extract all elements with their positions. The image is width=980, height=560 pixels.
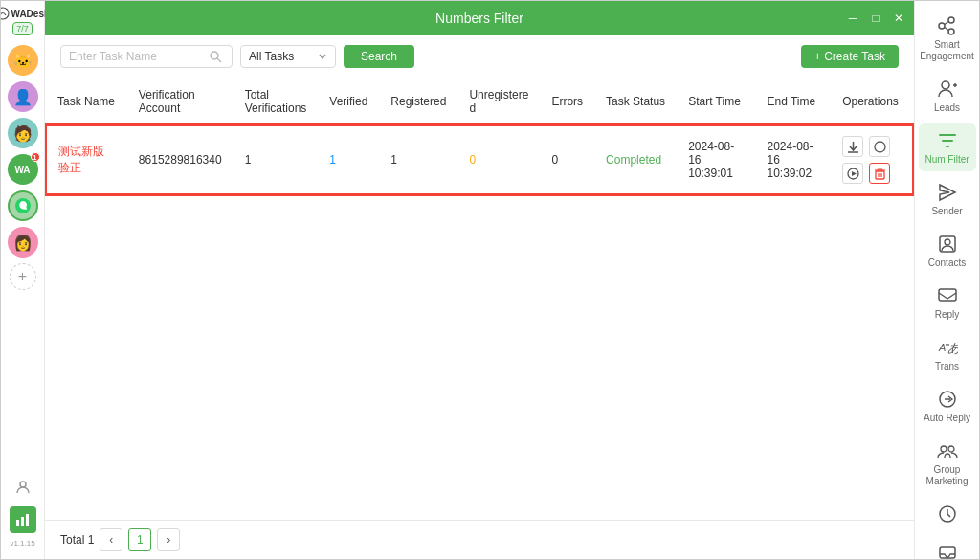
group-marketing-icon — [936, 439, 959, 462]
nav-clock-icon[interactable] — [919, 497, 976, 531]
svg-point-2 — [20, 482, 26, 487]
cell-start-time: 2024-08-16 10:39:01 — [677, 125, 755, 194]
svg-line-21 — [945, 28, 948, 31]
clock-icon — [936, 503, 959, 526]
auto-reply-icon — [936, 388, 959, 411]
nav-label-num-filter: Num Filter — [924, 154, 969, 166]
main-content: Numbers Filter ─ □ ✕ All Tasks Search — [45, 1, 914, 559]
contacts-icon — [936, 233, 959, 256]
svg-point-19 — [948, 29, 954, 34]
svg-line-20 — [945, 22, 948, 25]
info-op-icon[interactable]: i — [869, 136, 890, 157]
app-icon-logo: WADesk — [0, 7, 50, 20]
col-operations: Operations — [831, 78, 913, 125]
sender-icon — [936, 181, 959, 204]
svg-text:あ: あ — [947, 341, 958, 355]
nav-label-trans: Trans — [935, 361, 959, 372]
avatar-5[interactable] — [8, 190, 38, 221]
nav-item-auto-reply[interactable]: Auto Reply — [919, 382, 976, 430]
toolbar: All Tasks Search + Create Task — [45, 35, 914, 78]
svg-point-6 — [211, 52, 218, 59]
avatar-1[interactable]: 🐱 — [8, 45, 38, 76]
nav-item-num-filter[interactable]: Num Filter — [919, 123, 976, 171]
cell-total-verifications: 1 — [234, 125, 319, 194]
col-unregistered: Unregistered — [457, 78, 540, 125]
search-button[interactable]: Search — [344, 45, 414, 68]
app-header-left: WADesk 7/7 — [0, 7, 50, 35]
nav-item-sender[interactable]: Sender — [919, 175, 976, 223]
nav-label-smart-engagement: Smart Engagement — [920, 39, 974, 62]
close-btn[interactable]: ✕ — [891, 11, 906, 26]
col-task-name: Task Name — [46, 78, 127, 125]
stats-dashboard-icon[interactable] — [10, 506, 36, 533]
svg-text:i: i — [879, 144, 880, 152]
download-op-icon[interactable] — [842, 136, 863, 157]
svg-marker-12 — [852, 171, 857, 176]
trans-icon: Aあ — [936, 336, 959, 359]
svg-rect-4 — [21, 517, 24, 526]
window-controls: ─ □ ✕ — [845, 1, 906, 35]
nav-item-group-marketing[interactable]: Group Marketing — [919, 434, 976, 493]
avatar-6[interactable]: 👩 — [8, 227, 38, 258]
svg-line-7 — [217, 58, 221, 62]
col-verification-account: VerificationAccount — [127, 78, 234, 125]
nav-label-contacts: Contacts — [928, 258, 966, 269]
task-filter-select[interactable]: All Tasks — [240, 45, 336, 68]
nav-item-contacts[interactable]: Contacts — [919, 227, 976, 275]
svg-point-22 — [942, 81, 949, 89]
version-badge: 7/7 — [12, 22, 33, 35]
create-task-button[interactable]: + Create Task — [801, 45, 899, 68]
col-errors: Errors — [540, 78, 594, 125]
nav-label-reply: Reply — [935, 309, 960, 321]
user-profile-icon[interactable] — [10, 474, 36, 501]
svg-rect-5 — [26, 514, 29, 526]
svg-rect-13 — [876, 171, 884, 179]
cell-verified: 1 — [318, 125, 379, 194]
app-title: WADesk — [11, 9, 50, 19]
minimize-btn[interactable]: ─ — [845, 11, 860, 26]
task-name-search-wrap — [60, 45, 233, 68]
window-title: Numbers Filter — [435, 11, 523, 26]
avatar-4[interactable]: WA 1 — [8, 154, 38, 185]
page-1-btn[interactable]: 1 — [128, 528, 151, 551]
nav-item-leads[interactable]: Leads — [919, 72, 976, 120]
next-page-btn[interactable]: › — [157, 528, 180, 551]
notification-badge: 1 — [31, 152, 40, 162]
nav-label-sender: Sender — [931, 206, 962, 217]
avatar-3[interactable]: 🧑 — [8, 118, 38, 148]
nav-inbox-icon[interactable] — [919, 535, 976, 560]
svg-point-17 — [948, 17, 954, 23]
maximize-btn[interactable]: □ — [868, 11, 883, 26]
left-sidebar: WADesk 7/7 🐱 👤 🧑 WA 1 👩 + v1.1.15 — [1, 1, 45, 559]
nav-label-leads: Leads — [934, 102, 960, 114]
pagination: Total 1 ‹ 1 › — [45, 520, 914, 559]
add-account-btn[interactable]: + — [10, 263, 36, 290]
col-registered: Registered — [379, 78, 457, 125]
nav-item-smart-engagement[interactable]: Smart Engagement — [919, 9, 976, 68]
smart-engagement-icon — [936, 14, 959, 37]
task-name-search-input[interactable] — [69, 50, 203, 63]
inbox-icon — [936, 541, 959, 560]
avatar-2[interactable]: 👤 — [8, 81, 38, 112]
table-row: 测试新版验正 8615289816340 1 1 1 0 0 Completed… — [46, 125, 913, 194]
svg-rect-3 — [16, 520, 19, 526]
leads-icon — [936, 78, 959, 101]
nav-item-reply[interactable]: Reply — [919, 279, 976, 326]
delete-op-icon[interactable] — [869, 163, 890, 184]
pagination-total: Total 1 — [60, 533, 94, 547]
table-header: Task Name VerificationAccount TotalVerif… — [46, 78, 913, 125]
play-op-icon[interactable] — [842, 163, 863, 184]
svg-point-18 — [939, 23, 945, 29]
col-end-time: End Time — [755, 78, 831, 125]
col-task-status: Task Status — [594, 78, 677, 125]
prev-page-btn[interactable]: ‹ — [100, 528, 122, 551]
svg-point-32 — [941, 446, 947, 452]
nav-item-trans[interactable]: Aあ Trans — [919, 330, 976, 378]
chevron-down-icon — [318, 52, 327, 61]
right-sidebar: Smart Engagement Leads Num Filter Sender — [914, 1, 979, 559]
cell-errors: 0 — [540, 125, 594, 194]
cell-verification-account: 8615289816340 — [127, 125, 234, 194]
right-sidebar-bottom — [919, 497, 976, 560]
svg-point-26 — [945, 239, 950, 245]
sidebar-bottom-section: v1.1.15 — [10, 474, 36, 553]
